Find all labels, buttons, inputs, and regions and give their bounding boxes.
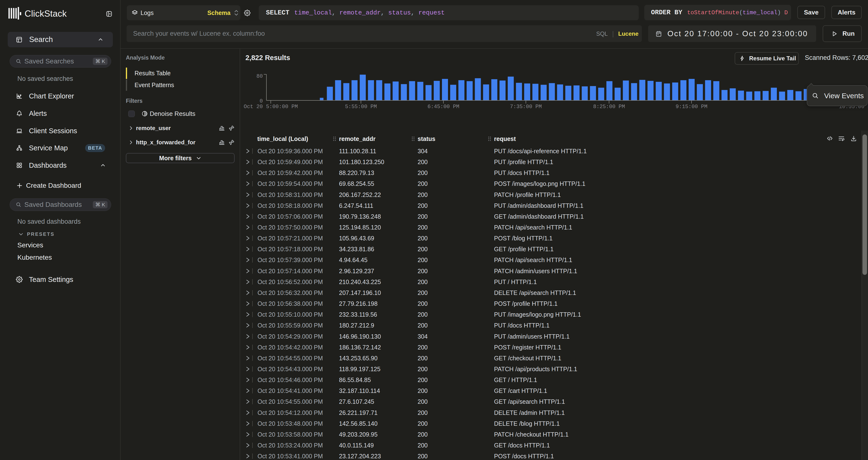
svg-text:0: 0 [260, 98, 263, 104]
svg-text:6:45:00 PM: 6:45:00 PM [428, 104, 459, 110]
svg-text:8:25:00 PM: 8:25:00 PM [593, 104, 625, 110]
svg-text:9:15:00 PM: 9:15:00 PM [676, 104, 707, 110]
svg-text:80: 80 [256, 74, 263, 79]
svg-text:Oct 20 5:00:00 PM: Oct 20 5:00:00 PM [244, 104, 298, 110]
svg-text:5:55:00 PM: 5:55:00 PM [345, 104, 377, 110]
svg-text:7:35:00 PM: 7:35:00 PM [510, 104, 542, 110]
